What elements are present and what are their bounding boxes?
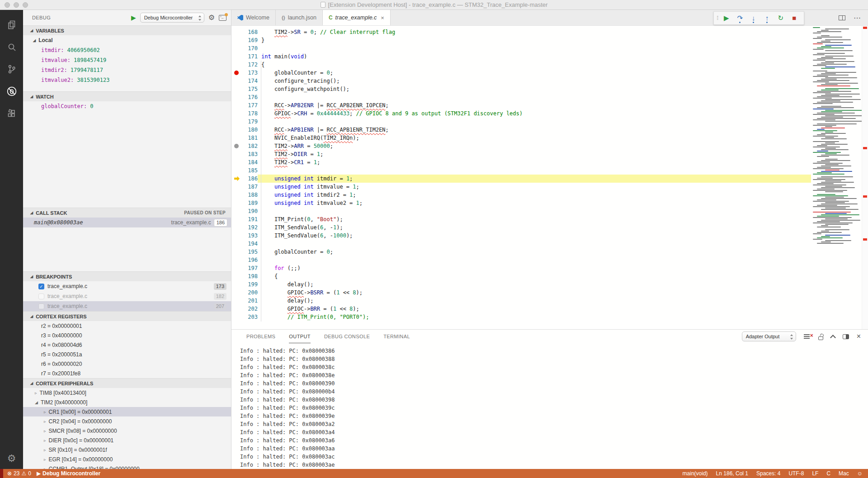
source-control-icon[interactable] <box>0 58 23 80</box>
line-gutter[interactable]: 186 <box>231 175 258 183</box>
panel-tab-terminal[interactable]: TERMINAL <box>383 330 410 343</box>
search-icon[interactable] <box>0 36 23 58</box>
code-text[interactable]: ITM_SendValue(6, -1); <box>258 223 811 232</box>
drag-grip-icon[interactable]: ⁞⁞ <box>717 15 718 21</box>
line-gutter[interactable]: 173 <box>231 69 258 77</box>
line-gutter[interactable]: 195 <box>231 248 258 256</box>
line-gutter[interactable]: 176 <box>231 93 258 101</box>
section-breakpoints[interactable]: ◢BREAKPOINTS <box>23 271 231 281</box>
code-text[interactable]: RCC->APB2ENR |= RCC_APB2ENR_IOPCEN; <box>258 101 811 109</box>
code-text[interactable]: int main(void) <box>258 52 811 61</box>
line-gutter[interactable]: 196 <box>231 256 258 264</box>
line-gutter[interactable]: 181 <box>231 134 258 142</box>
line-gutter[interactable]: 185 <box>231 166 258 175</box>
panel-position-icon[interactable] <box>843 334 849 339</box>
output-log[interactable]: Info : halted: PC: 0x08000386Info : halt… <box>231 343 868 469</box>
line-gutter[interactable]: 201 <box>231 297 258 305</box>
close-tab-icon[interactable]: × <box>381 14 384 21</box>
code-line[interactable]: 197 for (;;) <box>231 264 811 272</box>
tab-launch-json[interactable]: {}launch.json <box>276 10 323 25</box>
peripheral-row[interactable]: ▹SMCR [0x08] = 0x00000000 <box>23 426 231 435</box>
code-text[interactable]: unsigned int itmdir2 = 1; <box>258 191 811 199</box>
code-text[interactable]: // ITM_Print(0, "PORT0"); <box>258 313 811 321</box>
breakpoint-checkbox[interactable] <box>38 293 44 299</box>
settings-gear-icon[interactable]: ⚙ <box>0 454 23 464</box>
step-out-button[interactable]: ↑ <box>760 12 774 24</box>
code-text[interactable]: { <box>258 272 811 280</box>
current-symbol[interactable]: main(void) <box>683 470 708 477</box>
zoom-window-button[interactable] <box>23 2 28 8</box>
section-cortex-peripherals[interactable]: ◢CORTEX PERIPHERALS <box>23 378 231 388</box>
maximize-panel-icon[interactable] <box>830 335 836 341</box>
code-line[interactable]: 202 GPIOC->BRR = (1 << 8); <box>231 305 811 313</box>
problems-status[interactable]: ⊗23 ⚠0 <box>7 470 31 477</box>
scroll-lock-icon[interactable] <box>818 336 823 340</box>
panel-tab-problems[interactable]: PROBLEMS <box>246 330 275 343</box>
code-line[interactable]: 188 unsigned int itmdir2 = 1; <box>231 191 811 199</box>
line-gutter[interactable]: 182 <box>231 142 258 150</box>
register-row[interactable]: r7 = 0x20001fe8 <box>23 369 231 378</box>
code-text[interactable]: } <box>258 36 811 44</box>
register-row[interactable]: r2 = 0x00000001 <box>23 321 231 331</box>
call-stack-frame[interactable]: main@0x080003aetrace_example.c186 <box>23 218 231 227</box>
configure-gear-icon[interactable]: ⚙ <box>208 14 215 21</box>
variable-row[interactable]: itmvalue2:3815390123 <box>23 75 231 85</box>
code-line[interactable]: 177 RCC->APB2ENR |= RCC_APB2ENR_IOPCEN; <box>231 101 811 109</box>
breakpoint-row[interactable]: ✓trace_example.c173 <box>23 281 231 291</box>
code-editor[interactable]: 168 TIM2->SR = 0; // Clear interrupt fla… <box>231 26 868 329</box>
line-gutter[interactable]: 171 <box>231 52 258 61</box>
line-gutter[interactable]: 199 <box>231 280 258 289</box>
indentation-status[interactable]: Spaces: 4 <box>756 470 780 477</box>
register-row[interactable]: r3 = 0x40000000 <box>23 331 231 340</box>
code-text[interactable]: TIM2->ARR = 50000; <box>258 142 811 150</box>
language-mode[interactable]: C <box>826 470 830 477</box>
tab-welcome[interactable]: Welcome <box>231 10 276 25</box>
peripheral-row[interactable]: ▹CCMR1_Output [0x18] = 0x00000000 <box>23 464 231 469</box>
peripheral-row[interactable]: ▹TIM8 [0x40013400] <box>23 388 231 398</box>
code-line[interactable]: 170 <box>231 44 811 52</box>
code-line[interactable]: 198 { <box>231 272 811 280</box>
line-gutter[interactable]: 189 <box>231 199 258 207</box>
code-text[interactable] <box>258 240 811 248</box>
debug-config-select[interactable]: Debug Microcontroller <box>140 13 204 23</box>
code-text[interactable]: TIM2->DIER = 1; <box>258 150 811 158</box>
code-text[interactable] <box>258 207 811 215</box>
variables-scope-local[interactable]: ◢Local <box>23 35 231 45</box>
code-line[interactable]: 168 TIM2->SR = 0; // Clear interrupt fla… <box>231 28 811 36</box>
line-gutter[interactable]: 169 <box>231 36 258 44</box>
feedback-smiley-icon[interactable]: ☺ <box>857 470 863 477</box>
variable-row[interactable]: itmdir:4066950602 <box>23 45 231 55</box>
variable-row[interactable]: itmdir2:1799478117 <box>23 65 231 75</box>
breakpoint-checkbox[interactable] <box>38 303 44 309</box>
line-gutter[interactable]: 198 <box>231 272 258 280</box>
code-text[interactable] <box>258 44 811 52</box>
code-text[interactable]: TIM2->SR = 0; // Clear interrupt flag <box>258 28 811 36</box>
code-text[interactable]: globalCounter = 0; <box>258 248 811 256</box>
line-gutter[interactable]: 203 <box>231 313 258 321</box>
code-line[interactable]: 192 ITM_SendValue(6, -1); <box>231 223 811 232</box>
line-gutter[interactable]: 174 <box>231 77 258 85</box>
stop-button[interactable]: ■ <box>788 12 801 24</box>
line-gutter[interactable]: 177 <box>231 101 258 109</box>
code-line[interactable]: 194 <box>231 240 811 248</box>
code-line[interactable]: 182 TIM2->ARR = 50000; <box>231 142 811 150</box>
code-line[interactable]: 174 configure_tracing(); <box>231 77 811 85</box>
code-line[interactable]: 184 TIM2->CR1 = 1; <box>231 158 811 166</box>
line-gutter[interactable]: 178 <box>231 109 258 118</box>
panel-tab-output[interactable]: OUTPUT <box>289 330 311 343</box>
breakpoint-checkbox[interactable]: ✓ <box>38 284 44 289</box>
peripheral-row[interactable]: ◢TIM2 [0x40000000] <box>23 398 231 407</box>
code-line[interactable]: 187 unsigned int itmvalue = 1; <box>231 183 811 191</box>
extensions-icon[interactable] <box>0 102 23 124</box>
code-line[interactable]: 169} <box>231 36 811 44</box>
code-text[interactable] <box>258 93 811 101</box>
code-line[interactable]: 175 configure_watchpoint(); <box>231 85 811 93</box>
breakpoint-row[interactable]: trace_example.c182 <box>23 291 231 301</box>
section-variables[interactable]: ◢VARIABLES <box>23 25 231 35</box>
disabled-breakpoint-dot-icon[interactable] <box>234 144 239 148</box>
register-row[interactable]: r5 = 0x2000051a <box>23 350 231 359</box>
code-text[interactable]: ITM_SendValue(6, -1000); <box>258 232 811 240</box>
continue-button[interactable]: ▶ <box>720 12 733 24</box>
step-over-button[interactable]: ↷ <box>733 12 747 24</box>
code-text[interactable]: delay(); <box>258 297 811 305</box>
